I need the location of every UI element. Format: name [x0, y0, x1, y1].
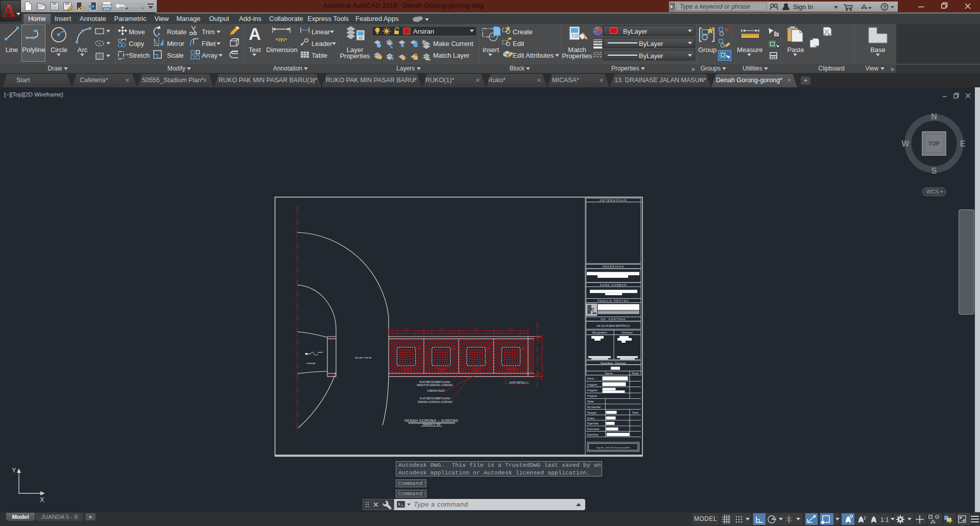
- svg-text:Disetujui: Disetujui: [622, 331, 632, 334]
- svg-text:Paraf: Paraf: [632, 411, 639, 414]
- svg-text:Tanggal: Tanggal: [587, 411, 596, 414]
- svg-text:Skala: Skala: [587, 400, 594, 403]
- svg-text:0.50: 0.50: [391, 331, 394, 333]
- svg-text:Sign In: Sign In: [793, 4, 813, 11]
- svg-text:1.2: 1.2: [543, 346, 545, 349]
- svg-text:0.50: 0.50: [426, 331, 429, 333]
- svg-text:0.50: 0.50: [487, 331, 490, 333]
- svg-text:PLAT BETON BERTULANG: PLAT BETON BERTULANG: [420, 397, 450, 400]
- svg-text:KETERANGAN: KETERANGAN: [600, 199, 627, 202]
- svg-text:Irigasi As – Bab GPCC/Logo Gor: Irigasi As – Bab GPCC/Logo GorongPdS: [596, 447, 630, 449]
- svg-text:JALAN RAYA: JALAN RAYA: [354, 356, 372, 359]
- svg-text:2.44 m: 2.44 m: [403, 331, 409, 333]
- svg-text:2.44 m: 2.44 m: [508, 331, 513, 333]
- svg-text:PEMILIK PROYEK: PEMILIK PROYEK: [598, 299, 629, 302]
- svg-text:LUBANG INLET: LUBANG INLET: [427, 390, 445, 392]
- svg-text:Direncana: Direncana: [587, 427, 600, 431]
- svg-text:A: A: [2, 1, 15, 21]
- svg-text:Nama: Nama: [605, 372, 613, 375]
- svg-text:PEKERJAAN: PEKERJAAN: [603, 265, 624, 268]
- svg-text:PENUTUP GORONG–GORONG: PENUTUP GORONG–GORONG: [417, 384, 453, 387]
- svg-text:Arsiran: Arsiran: [413, 28, 434, 35]
- svg-text:DINDING GORONG–GORONG: DINDING GORONG–GORONG: [418, 401, 452, 403]
- svg-text:3.44 m: 3.44 m: [473, 328, 479, 330]
- svg-text:Mengetahui: Mengetahui: [592, 331, 607, 334]
- svg-text:Diperiksa: Diperiksa: [587, 433, 599, 436]
- svg-text:Diperiksa - Disetujui: Diperiksa - Disetujui: [601, 362, 626, 365]
- svg-text:PLAT BETON BERTULANG: PLAT BETON BERTULANG: [420, 381, 450, 384]
- svg-text:LIHAT DETAIL I–I: LIHAT DETAIL I–I: [509, 381, 528, 384]
- svg-text:NO. KONTRAK: NO. KONTRAK: [601, 318, 626, 321]
- svg-text:0.50: 0.50: [522, 331, 525, 333]
- svg-text:Ketua :: Ketua :: [587, 377, 598, 380]
- svg-text:0.50: 0.50: [452, 331, 456, 333]
- svg-text:Diukur: Diukur: [587, 417, 595, 420]
- svg-text:3.44 m: 3.44 m: [508, 328, 513, 330]
- svg-text:1:1: 1:1: [880, 516, 889, 523]
- svg-text:Anggota :: Anggota :: [587, 394, 599, 397]
- svg-text:2.44 m: 2.44 m: [439, 331, 444, 333]
- svg-text:?: ?: [883, 5, 886, 10]
- svg-text:NAMA GAMBAR: NAMA GAMBAR: [600, 283, 627, 286]
- svg-text:0.50: 0.50: [418, 331, 421, 333]
- svg-text:No.Gambar: No.Gambar: [587, 405, 601, 409]
- svg-text:3.44 m: 3.44 m: [403, 328, 409, 330]
- svg-text:0.50: 0.50: [496, 331, 499, 333]
- svg-text:Anggota :: Anggota :: [587, 383, 599, 386]
- svg-text:2.44 m: 2.44 m: [473, 331, 479, 333]
- svg-text:1.2: 1.2: [543, 369, 545, 372]
- svg-text:DENAH GORONG – GORONG: DENAH GORONG – GORONG: [404, 419, 459, 422]
- svg-text:Paraf: Paraf: [632, 372, 639, 375]
- svg-text:SUNGAI: SUNGAI: [307, 362, 316, 365]
- svg-text:Anggota :: Anggota :: [587, 389, 599, 392]
- svg-text:3.80 m: 3.80 m: [539, 355, 541, 360]
- svg-text:3.44 m: 3.44 m: [439, 328, 444, 330]
- svg-text:HK.02.03.BWS-BP/PPK/12: HK.02.03.BWS-BP/PPK/12: [596, 324, 630, 327]
- svg-text:Digambar: Digambar: [587, 422, 599, 425]
- svg-text:0.50: 0.50: [461, 331, 464, 333]
